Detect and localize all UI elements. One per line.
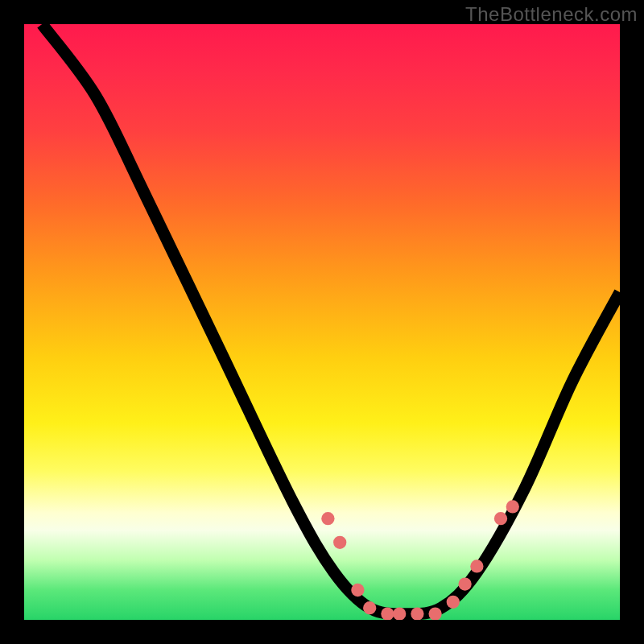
watermark-text: TheBottleneck.com: [465, 3, 638, 26]
data-marker: [458, 577, 471, 590]
chart-svg: [24, 24, 620, 620]
data-marker: [363, 601, 376, 614]
data-marker: [506, 500, 519, 513]
data-marker: [333, 536, 346, 549]
plot-area: [24, 24, 620, 620]
data-marker: [351, 584, 364, 597]
data-marker: [447, 596, 460, 609]
bottleneck-curve: [42, 24, 620, 614]
data-marker: [381, 607, 394, 620]
chart-frame: TheBottleneck.com: [0, 0, 644, 644]
data-marker: [411, 607, 423, 620]
data-marker: [470, 559, 483, 572]
data-marker: [393, 607, 406, 620]
data-marker: [494, 512, 507, 525]
data-marker: [321, 512, 334, 525]
data-marker: [428, 607, 441, 620]
